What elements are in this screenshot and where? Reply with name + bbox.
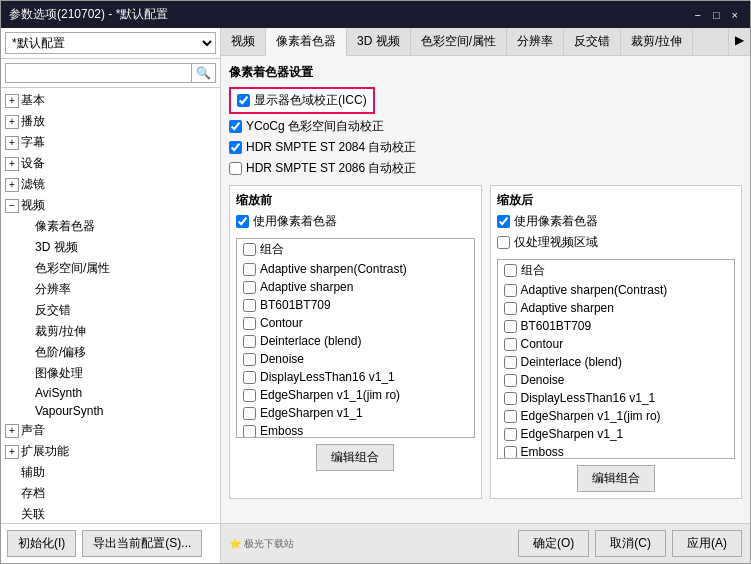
post-item-4-label: Contour — [521, 337, 564, 351]
post-item-0-label: 组合 — [521, 262, 545, 279]
tab-deinterlace[interactable]: 反交错 — [564, 28, 621, 55]
tree-item-extend[interactable]: + 扩展功能 — [1, 441, 220, 462]
post-shader-list[interactable]: 组合 Adaptive sharpen(Contrast) Adaptive s… — [497, 259, 736, 459]
tab-color-space[interactable]: 色彩空间/属性 — [411, 28, 507, 55]
tree-item-3d-video[interactable]: 3D 视频 — [15, 237, 220, 258]
tree-item-shortcut[interactable]: 关联 — [1, 504, 220, 523]
tree-item-vapoursynth[interactable]: VapourSynth — [15, 402, 220, 420]
close-button[interactable]: × — [728, 9, 742, 21]
tree-item-pixel-renderer[interactable]: 像素着色器 — [15, 216, 220, 237]
pre-item-0-checkbox[interactable] — [243, 243, 256, 256]
post-item-1-checkbox[interactable] — [504, 284, 517, 297]
post-edit-button[interactable]: 编辑组合 — [577, 465, 655, 492]
pre-item-6-checkbox[interactable] — [243, 353, 256, 366]
icc-row: 显示器色域校正(ICC) — [229, 87, 375, 114]
pre-edit-button[interactable]: 编辑组合 — [316, 444, 394, 471]
expand-icon[interactable]: + — [5, 445, 19, 459]
tree-item-image-proc[interactable]: 图像处理 — [15, 363, 220, 384]
pre-item-9-checkbox[interactable] — [243, 407, 256, 420]
tree-label: 色彩空间/属性 — [35, 260, 110, 277]
pre-item-2-checkbox[interactable] — [243, 281, 256, 294]
pre-shader-list[interactable]: 组合 Adaptive sharpen(Contrast) Adaptive s… — [236, 238, 475, 438]
post-item-8-checkbox[interactable] — [504, 410, 517, 423]
tree-item-resolution[interactable]: 分辨率 — [15, 279, 220, 300]
apply-button[interactable]: 应用(A) — [672, 530, 742, 557]
expand-icon[interactable]: + — [5, 94, 19, 108]
tree-item-basic[interactable]: + 基本 — [1, 90, 220, 111]
pre-use-pixel-label: 使用像素着色器 — [253, 213, 337, 230]
ok-button[interactable]: 确定(O) — [518, 530, 589, 557]
tree-item-filter[interactable]: + 滤镜 — [1, 174, 220, 195]
pre-item-7-checkbox[interactable] — [243, 371, 256, 384]
tree-item-sound[interactable]: + 声音 — [1, 420, 220, 441]
hdr-2084-checkbox[interactable] — [229, 141, 242, 154]
tab-crop[interactable]: 裁剪/拉伸 — [621, 28, 693, 55]
expand-icon[interactable]: + — [5, 424, 19, 438]
list-item: 组合 — [498, 260, 735, 281]
search-icon[interactable]: 🔍 — [192, 63, 216, 83]
post-item-10-checkbox[interactable] — [504, 446, 517, 459]
expand-icon[interactable]: + — [5, 136, 19, 150]
hdr-2086-checkbox[interactable] — [229, 162, 242, 175]
pre-use-pixel-row: 使用像素着色器 — [236, 213, 475, 230]
tab-resolution[interactable]: 分辨率 — [507, 28, 564, 55]
cancel-button[interactable]: 取消(C) — [595, 530, 666, 557]
tree-item-deinterlace[interactable]: 反交错 — [15, 300, 220, 321]
pre-item-5-checkbox[interactable] — [243, 335, 256, 348]
pre-item-2-label: Adaptive sharpen — [260, 280, 353, 294]
minimize-button[interactable]: − — [690, 9, 704, 21]
init-button[interactable]: 初始化(I) — [7, 530, 76, 557]
tree-item-auxiliary[interactable]: 辅助 — [1, 462, 220, 483]
pre-btn-row: 编辑组合 — [236, 444, 475, 471]
pre-item-4-checkbox[interactable] — [243, 317, 256, 330]
expand-icon[interactable]: + — [5, 157, 19, 171]
post-item-2-checkbox[interactable] — [504, 302, 517, 315]
tab-scroll-right[interactable]: ▶ — [728, 28, 750, 55]
ycog-checkbox[interactable] — [229, 120, 242, 133]
pre-item-1-checkbox[interactable] — [243, 263, 256, 276]
tree-item-color-space[interactable]: 色彩空间/属性 — [15, 258, 220, 279]
maximize-button[interactable]: □ — [709, 9, 724, 21]
post-item-4-checkbox[interactable] — [504, 338, 517, 351]
two-columns: 缩放前 使用像素着色器 组合 Adapti — [229, 185, 742, 499]
post-item-3-checkbox[interactable] — [504, 320, 517, 333]
list-item: BT601BT709 — [237, 296, 474, 314]
tree-item-subtitle[interactable]: + 字幕 — [1, 132, 220, 153]
expand-icon[interactable]: + — [5, 178, 19, 192]
profile-dropdown[interactable]: *默认配置 — [5, 32, 216, 54]
list-item: Denoise — [237, 350, 474, 368]
post-item-9-checkbox[interactable] — [504, 428, 517, 441]
tab-3d-video[interactable]: 3D 视频 — [347, 28, 411, 55]
post-item-5-checkbox[interactable] — [504, 356, 517, 369]
tab-pixel-shader[interactable]: 像素着色器 — [266, 28, 347, 56]
tree-item-grade-shift[interactable]: 色阶/偏移 — [15, 342, 220, 363]
pre-scaling-column: 缩放前 使用像素着色器 组合 Adapti — [229, 185, 482, 499]
pre-use-pixel-checkbox[interactable] — [236, 215, 249, 228]
tree-item-device[interactable]: + 设备 — [1, 153, 220, 174]
tree-item-archive[interactable]: 存档 — [1, 483, 220, 504]
tree-item-avisynth[interactable]: AviSynth — [15, 384, 220, 402]
pre-section-title: 缩放前 — [236, 192, 475, 209]
post-only-area-checkbox[interactable] — [497, 236, 510, 249]
icc-checkbox[interactable] — [237, 94, 250, 107]
export-button[interactable]: 导出当前配置(S)... — [82, 530, 202, 557]
tree-item-crop-stretch[interactable]: 裁剪/拉伸 — [15, 321, 220, 342]
post-section-title: 缩放后 — [497, 192, 736, 209]
list-item: Contour — [237, 314, 474, 332]
post-btn-row: 编辑组合 — [497, 465, 736, 492]
pre-item-3-checkbox[interactable] — [243, 299, 256, 312]
title-bar: 参数选项(210702) - *默认配置 − □ × — [1, 1, 750, 28]
tab-video[interactable]: 视频 — [221, 28, 266, 55]
expand-icon[interactable]: − — [5, 199, 19, 213]
post-item-6-checkbox[interactable] — [504, 374, 517, 387]
post-item-7-checkbox[interactable] — [504, 392, 517, 405]
pre-item-10-checkbox[interactable] — [243, 425, 256, 438]
post-item-0-checkbox[interactable] — [504, 264, 517, 277]
pre-item-8-checkbox[interactable] — [243, 389, 256, 402]
post-use-pixel-checkbox[interactable] — [497, 215, 510, 228]
icc-label: 显示器色域校正(ICC) — [254, 92, 367, 109]
search-input[interactable] — [5, 63, 192, 83]
expand-icon[interactable]: + — [5, 115, 19, 129]
tree-item-video[interactable]: − 视频 — [1, 195, 220, 216]
tree-item-play[interactable]: + 播放 — [1, 111, 220, 132]
